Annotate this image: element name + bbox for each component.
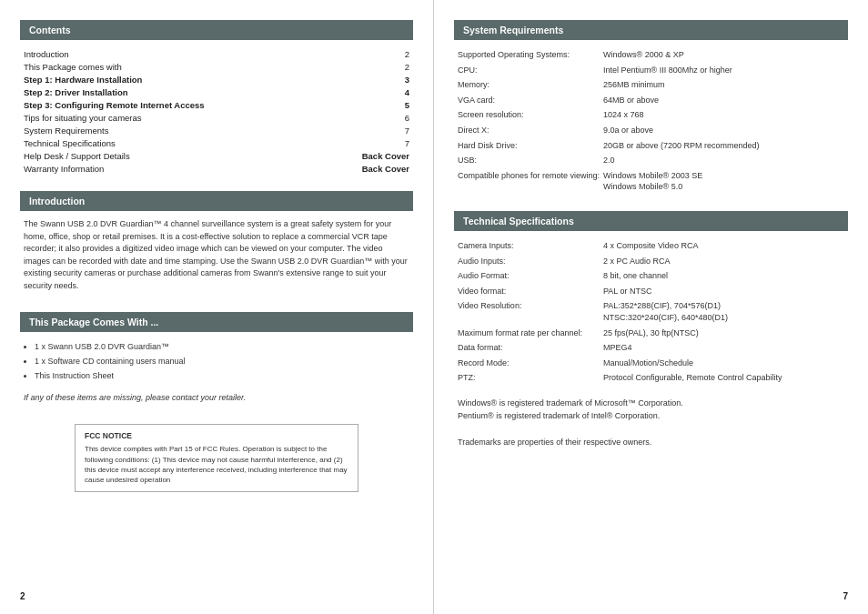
spec-value: 20GB or above (7200 RPM recommended)	[603, 140, 844, 152]
contents-row-page: 7	[355, 138, 409, 148]
introduction-header: Introduction	[20, 191, 413, 211]
tech-row: Data format:MPEG4	[458, 340, 844, 356]
contents-row: System Requirements7	[24, 124, 409, 136]
spec-row: USB:2.0	[458, 153, 844, 168]
spec-value: Intel Pentium® III 800Mhz or higher	[603, 65, 844, 76]
spec-value: Windows Mobile® 2003 SE Windows Mobile® …	[603, 170, 844, 193]
contents-row: Warranty InformationBack Cover	[24, 162, 409, 175]
tech-row: Maximum format rate per channel:25 fps(P…	[458, 326, 844, 341]
spec-value: 2.0	[603, 155, 844, 166]
contents-row-label: Step 1: Hardware Installation	[24, 75, 355, 85]
tech-row: Audio Format:8 bit, one channel	[458, 268, 844, 284]
spec-value: Windows® 2000 & XP	[603, 49, 844, 61]
tech-label: Maximum format rate per channel:	[458, 327, 603, 339]
tech-label: Video Resolution:	[458, 300, 603, 323]
contents-row-label: Tips for situating your cameras	[24, 113, 355, 123]
introduction-section: Introduction The Swann USB 2.0 DVR Guard…	[20, 191, 413, 299]
trademark-text: Windows® is registered trademark of Micr…	[454, 389, 848, 451]
contents-row: This Package comes with2	[24, 60, 409, 73]
contents-row-label: Technical Specifications	[24, 138, 355, 148]
tech-value: 4 x Composite Video RCA	[603, 240, 844, 252]
page-wrapper: Contents Introduction2This Package comes…	[0, 0, 868, 614]
spec-row: CPU:Intel Pentium® III 800Mhz or higher	[458, 63, 844, 78]
contents-row-label: This Package comes with	[24, 62, 355, 72]
list-item: 1 x Swann USB 2.0 DVR Guardian™	[35, 339, 409, 354]
tech-value: MPEG4	[603, 342, 844, 354]
contents-row-page: Back Cover	[362, 151, 409, 161]
spec-value: 1024 x 768	[603, 109, 844, 121]
tech-row: Video format:PAL or NTSC	[458, 284, 844, 299]
tech-row: Camera Inputs:4 x Composite Video RCA	[458, 238, 844, 254]
tech-label: Data format:	[458, 342, 603, 354]
tech-label: Record Mode:	[458, 357, 603, 369]
spec-row: Direct X:9.0a or above	[458, 123, 844, 138]
package-header: This Package Comes With ...	[20, 312, 413, 332]
contents-row-label: Step 3: Configuring Remote Internet Acce…	[24, 100, 355, 110]
contents-row-page: 5	[355, 100, 409, 110]
spec-label: Compatible phones for remote viewing:	[458, 170, 603, 193]
fcc-box: FCC NOTICE This device complies with Par…	[75, 424, 358, 493]
spec-label: Supported Operating Systems:	[458, 49, 603, 61]
system-requirements-table: Supported Operating Systems:Windows® 200…	[454, 40, 848, 198]
contents-row: Tips for situating your cameras6	[24, 111, 409, 124]
tech-value: Protocol Configurable, Remote Control Ca…	[603, 372, 844, 384]
tech-label: Audio Format:	[458, 270, 603, 282]
spec-label: USB:	[458, 155, 603, 166]
contents-row: Step 1: Hardware Installation3	[24, 73, 409, 86]
contents-row: Help Desk / Support DetailsBack Cover	[24, 149, 409, 162]
contents-row-label: Help Desk / Support Details	[24, 151, 362, 161]
tech-label: PTZ:	[458, 372, 603, 384]
contents-row-label: Warranty Information	[24, 164, 362, 174]
spec-value: 256MB minimum	[603, 79, 844, 91]
tech-row: PTZ:Protocol Configurable, Remote Contro…	[458, 370, 844, 386]
contents-table: Introduction2This Package comes with2Ste…	[20, 40, 413, 178]
contents-row-page: 2	[355, 49, 409, 59]
spec-row: Compatible phones for remote viewing:Win…	[458, 168, 844, 195]
spec-label: CPU:	[458, 65, 603, 76]
contents-row: Introduction2	[24, 47, 409, 60]
technical-specifications-header: Technical Specifications	[454, 211, 848, 231]
contents-row-label: Step 2: Driver Installation	[24, 87, 355, 97]
fcc-text: This device complies with Part 15 of FCC…	[85, 444, 348, 485]
spec-value: 9.0a or above	[603, 125, 844, 136]
spec-row: Screen resolution:1024 x 768	[458, 107, 844, 123]
page-number-right: 7	[843, 591, 848, 601]
spec-label: Direct X:	[458, 125, 603, 136]
contents-row-page: 6	[355, 113, 409, 123]
contents-row-label: System Requirements	[24, 126, 355, 136]
fcc-title: FCC NOTICE	[85, 431, 348, 442]
spec-label: Memory:	[458, 79, 603, 91]
tech-value: 25 fps(PAL), 30 ftp(NTSC)	[603, 327, 844, 339]
package-note: If any of these items are missing, pleas…	[20, 388, 413, 406]
contents-header: Contents	[20, 20, 413, 40]
contents-row-page: Back Cover	[362, 164, 409, 174]
contents-row: Step 3: Configuring Remote Internet Acce…	[24, 98, 409, 111]
system-requirements-section: System Requirements Supported Operating …	[454, 20, 848, 198]
page-left: Contents Introduction2This Package comes…	[0, 0, 434, 614]
package-section: This Package Comes With ... 1 x Swann US…	[20, 312, 413, 406]
tech-row: Video Resolution:PAL:352*288(CIF), 704*5…	[458, 298, 844, 325]
spec-label: Hard Disk Drive:	[458, 140, 603, 152]
system-requirements-header: System Requirements	[454, 20, 848, 40]
tech-label: Camera Inputs:	[458, 240, 603, 252]
spec-row: Supported Operating Systems:Windows® 200…	[458, 47, 844, 63]
list-item: This Instruction Sheet	[35, 368, 409, 383]
technical-specifications-section: Technical Specifications Camera Inputs:4…	[454, 211, 848, 451]
spec-row: Memory:256MB minimum	[458, 77, 844, 93]
contents-row: Technical Specifications7	[24, 136, 409, 149]
tech-value: Manual/Motion/Schedule	[603, 357, 844, 369]
tech-label: Video format:	[458, 286, 603, 297]
contents-row-page: 4	[355, 87, 409, 97]
spec-value: 64MB or above	[603, 95, 844, 106]
spec-label: VGA card:	[458, 95, 603, 106]
contents-row-label: Introduction	[24, 49, 355, 59]
page-right: System Requirements Supported Operating …	[434, 0, 868, 614]
introduction-text: The Swann USB 2.0 DVR Guardian™ 4 channe…	[20, 211, 413, 299]
tech-value: PAL or NTSC	[603, 286, 844, 297]
package-list: 1 x Swann USB 2.0 DVR Guardian™1 x Softw…	[20, 332, 413, 388]
tech-row: Audio Inputs:2 x PC Audio RCA	[458, 254, 844, 269]
tech-value: PAL:352*288(CIF), 704*576(D1) NTSC:320*2…	[603, 300, 844, 323]
tech-value: 8 bit, one channel	[603, 270, 844, 282]
tech-value: 2 x PC Audio RCA	[603, 256, 844, 267]
tech-row: Record Mode:Manual/Motion/Schedule	[458, 356, 844, 371]
